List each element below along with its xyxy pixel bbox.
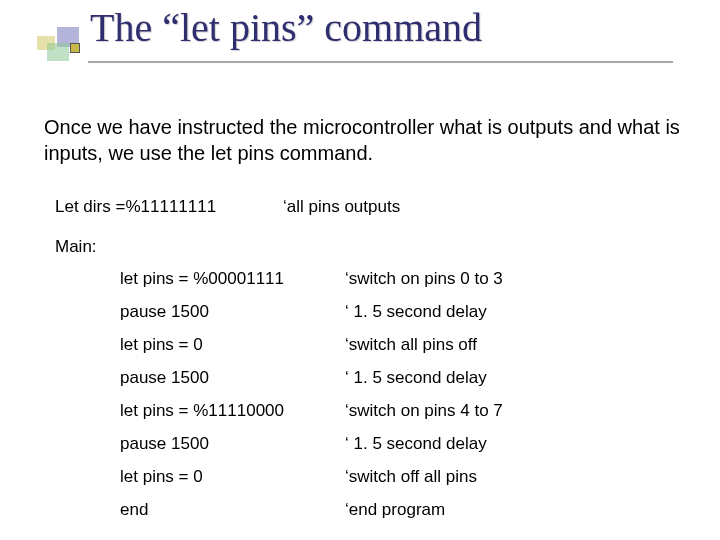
code-cmd: let pins = 0 bbox=[120, 467, 345, 500]
code-row: let pins = %00001111 ‘switch on pins 0 t… bbox=[120, 269, 503, 302]
code-row: pause 1500 ‘ 1. 5 second delay bbox=[120, 368, 503, 401]
code-row: pause 1500 ‘ 1. 5 second delay bbox=[120, 302, 503, 335]
code-label-main: Main: bbox=[55, 237, 97, 257]
code-block: let pins = %00001111 ‘switch on pins 0 t… bbox=[120, 269, 503, 533]
code-cmd: pause 1500 bbox=[120, 302, 345, 335]
code-comment: ‘switch on pins 0 to 3 bbox=[345, 269, 503, 302]
slide: The “let pins” command Once we have inst… bbox=[0, 0, 720, 540]
code-row: pause 1500 ‘ 1. 5 second delay bbox=[120, 434, 503, 467]
code-comment: ‘switch on pins 4 to 7 bbox=[345, 401, 503, 434]
code-cmd: Let dirs =%11111111 bbox=[55, 197, 216, 217]
title-block: The “let pins” command bbox=[0, 6, 720, 50]
code-cmd: let pins = %11110000 bbox=[120, 401, 345, 434]
code-comment: ‘switch all pins off bbox=[345, 335, 503, 368]
code-cmd: pause 1500 bbox=[120, 434, 345, 467]
code-cmd: end bbox=[120, 500, 345, 533]
code-cmd: let pins = %00001111 bbox=[120, 269, 345, 302]
page-title: The “let pins” command bbox=[0, 6, 720, 50]
code-comment: ‘end program bbox=[345, 500, 503, 533]
code-row: let pins = 0 ‘switch all pins off bbox=[120, 335, 503, 368]
code-cmd: let pins = 0 bbox=[120, 335, 345, 368]
title-underline bbox=[88, 61, 673, 63]
intro-text: Once we have instructed the microcontrol… bbox=[44, 115, 684, 166]
code-comment: ‘all pins outputs bbox=[283, 197, 400, 217]
code-comment: ‘ 1. 5 second delay bbox=[345, 368, 503, 401]
code-comment: ‘ 1. 5 second delay bbox=[345, 434, 503, 467]
code-cmd: pause 1500 bbox=[120, 368, 345, 401]
code-row: let pins = 0 ‘switch off all pins bbox=[120, 467, 503, 500]
code-line-dirs: Let dirs =%11111111 ‘all pins outputs bbox=[55, 197, 695, 217]
code-row: end ‘end program bbox=[120, 500, 503, 533]
code-comment: ‘switch off all pins bbox=[345, 467, 503, 500]
code-row: let pins = %11110000 ‘switch on pins 4 t… bbox=[120, 401, 503, 434]
code-comment: ‘ 1. 5 second delay bbox=[345, 302, 503, 335]
